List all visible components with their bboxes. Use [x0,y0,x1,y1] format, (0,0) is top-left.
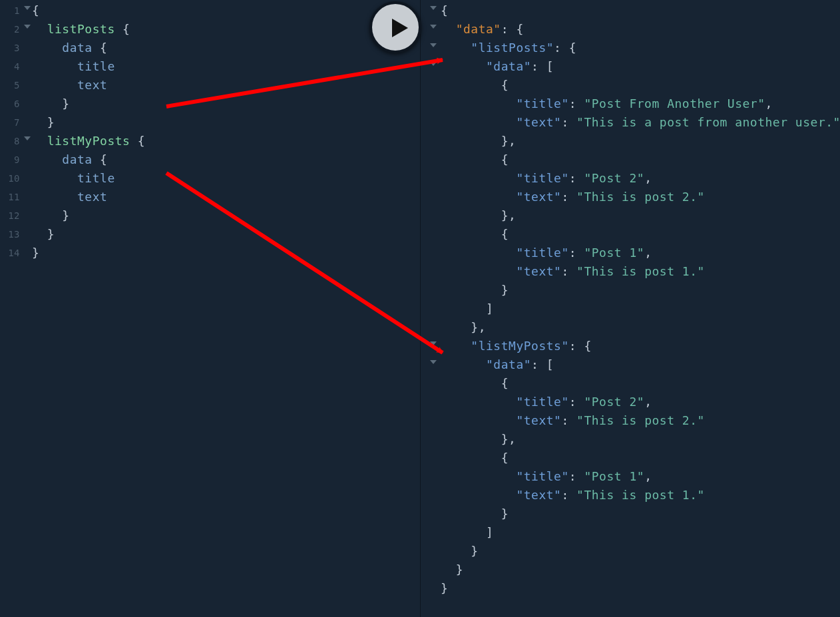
fold-icon[interactable] [430,43,437,47]
fold-icon[interactable] [430,25,437,29]
result-line: { [441,76,840,95]
result-gutter-line [421,39,441,57]
result-line: "listMyPosts": { [441,337,840,355]
result-gutter-line [421,318,441,337]
fold-icon[interactable] [430,341,437,345]
code-line[interactable]: } [32,95,420,113]
fold-icon[interactable] [24,25,31,29]
query-code[interactable]: { listPosts { data { title text } } list… [32,1,420,262]
code-line[interactable]: data { [32,150,420,169]
code-line[interactable]: } [32,244,420,262]
result-line: "text": "This is a post from another use… [441,113,840,132]
code-line[interactable]: data { [32,39,420,57]
result-gutter-line [421,486,441,505]
result-gutter-line [421,579,441,598]
result-line: "data": [ [441,355,840,374]
line-number: 2 [0,20,32,39]
result-gutter-line [421,244,441,262]
result-gutter-line [421,374,441,393]
result-line: { [441,449,840,467]
result-line: "title": "Post 2", [441,393,840,411]
code-line[interactable]: listPosts { [32,20,420,39]
result-line: ] [441,300,840,318]
result-gutter-line [421,560,441,579]
result-line: ] [441,523,840,542]
result-gutter-line [421,132,441,150]
line-number: 11 [0,188,32,206]
result-gutter-line [421,523,441,542]
line-number: 7 [0,113,32,132]
fold-icon[interactable] [430,6,437,10]
result-gutter-line [421,355,441,374]
result-gutter-line [421,150,441,169]
result-gutter-line [421,169,441,188]
result-gutter-line [421,467,441,486]
code-line[interactable]: } [32,225,420,244]
fold-icon[interactable] [430,360,437,364]
line-number: 5 [0,76,32,95]
line-number: 13 [0,225,32,244]
result-gutter-line [421,393,441,411]
result-line: "title": "Post 2", [441,169,840,188]
line-number: 1 [0,1,32,20]
result-line: }, [441,430,840,449]
result-line: "title": "Post 1", [441,467,840,486]
code-line[interactable]: text [32,188,420,206]
query-pane: 1234567891011121314 { listPosts { data {… [0,0,420,617]
result-gutter-line [421,281,441,300]
result-line: { [441,225,840,244]
result-pane: { "data": { "listPosts": { "data": [ { "… [420,0,840,617]
code-line[interactable]: } [32,206,420,225]
result-gutter-line [421,542,441,560]
fold-icon[interactable] [430,62,437,66]
result-line: { [441,150,840,169]
result-line: { [441,374,840,393]
line-number: 4 [0,57,32,76]
line-number: 9 [0,150,32,169]
result-gutter-line [421,262,441,281]
result-line: } [441,505,840,523]
result-line: "text": "This is post 2." [441,411,840,430]
result-line: }, [441,318,840,337]
code-line[interactable]: text [32,76,420,95]
result-gutter-line [421,206,441,225]
line-number: 10 [0,169,32,188]
result-gutter-line [421,95,441,113]
code-line[interactable]: title [32,57,420,76]
result-gutter-line [421,449,441,467]
execute-button[interactable] [369,1,421,53]
editor-panes: 1234567891011121314 { listPosts { data {… [0,0,840,617]
result-gutter-line [421,76,441,95]
result-line: { [441,1,840,20]
result-gutter-line [421,1,441,20]
result-line: } [441,560,840,579]
result-gutter [421,0,441,617]
result-line: } [441,281,840,300]
line-number: 12 [0,206,32,225]
line-number: 8 [0,132,32,150]
result-gutter-line [421,411,441,430]
result-line: "title": "Post 1", [441,244,840,262]
code-line[interactable]: { [32,1,420,20]
result-code[interactable]: { "data": { "listPosts": { "data": [ { "… [441,1,840,598]
result-line: }, [441,132,840,150]
result-line: "title": "Post From Another User", [441,95,840,113]
result-line: "data": { [441,20,840,39]
line-number: 14 [0,244,32,262]
result-gutter-line [421,337,441,355]
fold-icon[interactable] [24,136,31,140]
code-line[interactable]: title [32,169,420,188]
result-gutter-line [421,300,441,318]
query-gutter: 1234567891011121314 [0,0,32,617]
result-gutter-line [421,188,441,206]
result-line: "text": "This is post 1." [441,262,840,281]
result-gutter-line [421,57,441,76]
fold-icon[interactable] [24,6,31,10]
code-line[interactable]: listMyPosts { [32,132,420,150]
result-gutter-line [421,20,441,39]
result-gutter-line [421,505,441,523]
code-line[interactable]: } [32,113,420,132]
result-line: "text": "This is post 1." [441,486,840,505]
result-line: "data": [ [441,57,840,76]
line-number: 3 [0,39,32,57]
